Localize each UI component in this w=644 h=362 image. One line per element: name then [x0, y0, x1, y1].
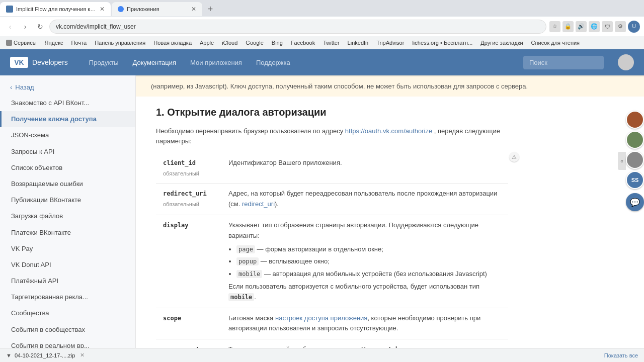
alert-icon: ⚠ — [509, 152, 519, 162]
bookmark-bing[interactable]: Bing — [270, 39, 285, 47]
bookmark-icloud[interactable]: iCloud — [220, 39, 239, 47]
float-avatar-1[interactable] — [626, 111, 644, 129]
sidebar-back-label: Назад — [15, 83, 34, 91]
sidebar-item-api-requests[interactable]: Запросы к API — [0, 144, 135, 160]
param-desc-scope: Битовая маска настроек доступа приложени… — [221, 308, 508, 339]
param-name-client-id: client_id — [163, 159, 196, 166]
scope-settings-link[interactable]: настроек доступа приложения — [275, 314, 367, 322]
sidebar-item-payments[interactable]: Платежи ВКонтакте — [0, 225, 135, 241]
extension-icon-2[interactable]: 🔊 — [576, 21, 587, 32]
tab-apps[interactable]: Приложения ✕ — [112, 2, 202, 16]
vk-logo-text: VK — [14, 58, 24, 66]
bookmark-newtab[interactable]: Новая вкладка — [151, 39, 194, 47]
nav-forward-button[interactable]: › — [19, 21, 31, 33]
bookmark-icloud-label: iCloud — [222, 40, 237, 46]
sidebar-item-communities[interactable]: Сообщества — [0, 305, 135, 321]
bookmark-google[interactable]: Google — [244, 39, 265, 47]
section1-title: 1. Открытие диалога авторизации — [156, 107, 508, 118]
bookmark-linkedin[interactable]: LinkedIn — [346, 39, 371, 47]
bookmark-services[interactable]: Сервисы — [4, 39, 39, 47]
new-tab-button[interactable]: + — [203, 2, 217, 16]
tab-favicon-vk — [6, 6, 13, 13]
float-avatar-ss[interactable]: SS — [626, 171, 644, 189]
param-row-redirect-uri: redirect_uri обязательный Адрес, на кото… — [156, 184, 508, 215]
param-desc-client-id: Идентификатор Вашего приложения. — [221, 153, 508, 184]
extension-icon-3[interactable]: 🌐 — [589, 21, 600, 32]
extension-icon-4[interactable]: 🛡 — [602, 21, 613, 32]
bookmark-panel-label: Панель управления — [95, 40, 145, 46]
browser-tabs: Implicit Flow для получения кл... ✕ Прил… — [0, 0, 644, 16]
bookmark-facebook[interactable]: Facebook — [289, 39, 317, 47]
bookmark-google-label: Google — [246, 40, 263, 46]
extension-icon-5[interactable]: ⚙ — [615, 21, 626, 32]
redirect-uri-link[interactable]: redirect_uri — [242, 200, 275, 208]
bookmark-tripadvisor[interactable]: TripAdvisor — [374, 39, 406, 47]
sidebar-item-json-schema[interactable]: JSON-схема — [0, 127, 135, 143]
sidebar-item-events-community[interactable]: События в сообществах — [0, 322, 135, 338]
vk-nav-support[interactable]: Поддержка — [250, 56, 296, 69]
bookmark-yandex[interactable]: Яндекс — [43, 39, 65, 47]
sidebar-item-targeting[interactable]: Таргетированная рекла... — [0, 289, 135, 305]
back-arrow-icon: ‹ — [10, 83, 12, 91]
bookmark-mail-label: Почта — [71, 40, 87, 46]
sidebar-item-objects[interactable]: Список объектов — [0, 160, 135, 176]
chat-button[interactable]: 💬 — [626, 193, 644, 211]
bookmark-other-label: Другие закладки — [480, 40, 523, 46]
collapse-panel-button[interactable]: « — [618, 152, 626, 170]
sidebar-item-access-key[interactable]: Получение ключа доступа — [0, 111, 135, 127]
float-avatar-3[interactable] — [626, 151, 644, 169]
right-float-panel: « SS 💬 — [618, 111, 644, 211]
vk-nav-products[interactable]: Продукты — [83, 56, 125, 69]
sidebar-item-vkpay[interactable]: VK Pay — [0, 241, 135, 257]
intro-note: (например, из Javascript). Ключ доступа,… — [136, 75, 644, 97]
tab-close-apps[interactable]: ✕ — [191, 6, 196, 13]
vk-user-avatar[interactable] — [618, 54, 634, 70]
sidebar-item-upload[interactable]: Загрузка файлов — [0, 208, 135, 224]
sidebar-item-events-realtime[interactable]: События в реальном вр... — [0, 338, 135, 348]
vk-nav-myapps[interactable]: Мои приложения — [184, 56, 248, 69]
sidebar-item-donut[interactable]: VK Donut API — [0, 257, 135, 273]
page-layout: ‹ Назад Знакомство с API ВКонт... Получе… — [0, 75, 644, 348]
param-name-display: display — [163, 222, 189, 229]
oauth-url-link[interactable]: https://oauth.vk.com/authorize — [345, 127, 432, 135]
bookmark-mail[interactable]: Почта — [69, 39, 89, 47]
extension-icon-1[interactable]: 🔒 — [562, 21, 574, 32]
display-suffix: Если пользователь авторизуется с мобильн… — [228, 283, 479, 290]
browser-chrome: Implicit Flow для получения кл... ✕ Прил… — [0, 0, 644, 36]
url-bar[interactable] — [49, 20, 546, 34]
vk-nav-docs[interactable]: Документация — [127, 56, 183, 69]
bookmark-twitter[interactable]: Twitter — [321, 39, 341, 47]
bookmark-apple[interactable]: Apple — [198, 39, 216, 47]
sidebar-item-publications[interactable]: Публикации ВКонтакте — [0, 192, 135, 208]
nav-refresh-button[interactable]: ↻ — [34, 21, 46, 33]
param-required-client-id: обязательный — [163, 169, 214, 178]
bookmark-lichess[interactable]: lichess.org • Бесплатн... — [410, 39, 474, 47]
param-name-redirect-uri: redirect_uri — [163, 190, 207, 197]
param-row-response-type: response_type Тип ответа, который необхо… — [156, 339, 508, 348]
bookmark-icon[interactable]: ☆ — [549, 21, 560, 32]
display-code-popup: popup — [236, 257, 259, 265]
vk-logo[interactable]: VK Developers — [10, 57, 68, 68]
sidebar-back-button[interactable]: ‹ Назад — [0, 79, 135, 95]
vk-search-input[interactable] — [523, 56, 604, 69]
browser-toolbar: ‹ › ↻ ☆ 🔒 🔊 🌐 🛡 ⚙ U — [0, 16, 644, 36]
nav-back-button[interactable]: ‹ — [4, 21, 16, 33]
tab-active[interactable]: Implicit Flow для получения кл... ✕ — [0, 2, 111, 16]
bookmark-panel[interactable]: Панель управления — [93, 39, 147, 47]
bookmark-other[interactable]: Другие закладки — [478, 39, 525, 47]
bookmark-newtab-label: Новая вкладка — [153, 40, 192, 46]
sidebar-item-intro[interactable]: Знакомство с API ВКонт... — [0, 95, 135, 111]
display-bullet-mobile: mobile — авторизация для мобильных устро… — [236, 269, 501, 280]
vk-logo-icon: VK — [10, 57, 28, 68]
bookmark-readinglist[interactable]: Список для чтения — [529, 39, 582, 47]
float-avatar-2[interactable] — [626, 131, 644, 149]
tab-close-vk[interactable]: ✕ — [100, 6, 105, 13]
browser-user-avatar[interactable]: U — [628, 21, 640, 33]
display-bullet-page: page — форма авторизации в отдельном окн… — [236, 244, 501, 255]
bookmark-twitter-label: Twitter — [323, 40, 339, 46]
tab-title-apps: Приложения — [127, 6, 188, 12]
display-code-page: page — [236, 245, 255, 253]
sidebar-item-errors[interactable]: Возвращаемые ошибки — [0, 176, 135, 192]
bookmark-bing-label: Bing — [272, 40, 283, 46]
sidebar-item-payment-api[interactable]: Платёжный API — [0, 273, 135, 289]
